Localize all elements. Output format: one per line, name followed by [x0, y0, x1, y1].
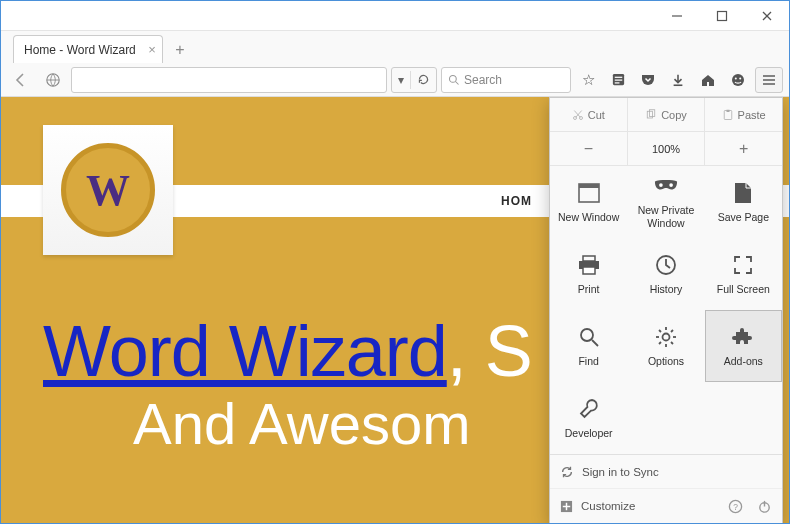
url-bar[interactable]	[71, 67, 387, 93]
svg-point-27	[669, 184, 673, 188]
menu-fullscreen[interactable]: Full Screen	[705, 238, 782, 310]
reload-dropdown[interactable]: ▾	[391, 67, 437, 93]
svg-line-6	[456, 81, 459, 84]
new-tab-button[interactable]: +	[167, 37, 193, 63]
cut-icon	[572, 109, 584, 121]
svg-rect-25	[579, 184, 599, 188]
extension-smiley-icon[interactable]	[725, 67, 751, 93]
page-content: HOM W Word Wizard, S And Awesom Cut Copy…	[1, 97, 789, 524]
zoom-in-button[interactable]: +	[705, 132, 782, 165]
svg-point-12	[732, 74, 744, 86]
menu-addons[interactable]: Add-ons	[705, 310, 782, 382]
window-maximize-button[interactable]	[699, 1, 744, 31]
svg-point-5	[450, 75, 457, 82]
puzzle-icon	[731, 325, 755, 349]
window-close-button[interactable]	[744, 1, 789, 31]
back-button[interactable]	[7, 66, 35, 94]
svg-point-14	[739, 77, 741, 79]
svg-rect-1	[717, 11, 726, 20]
logo-letter: W	[86, 165, 130, 216]
svg-rect-9	[614, 80, 622, 81]
print-icon	[577, 253, 601, 277]
svg-rect-30	[583, 267, 595, 274]
menu-cut[interactable]: Cut	[550, 98, 628, 131]
menu-developer[interactable]: Developer	[550, 382, 627, 454]
menu-paste[interactable]: Paste	[705, 98, 782, 131]
wrench-icon	[577, 397, 601, 421]
browser-toolbar: ▾ Search ☆	[1, 63, 789, 97]
pocket-icon[interactable]	[635, 67, 661, 93]
menu-new-window[interactable]: New Window	[550, 166, 627, 238]
nav-home-link[interactable]: HOM	[501, 194, 532, 208]
menu-find[interactable]: Find	[550, 310, 627, 382]
hero-headline: Word Wizard, S And Awesom	[43, 315, 532, 453]
svg-text:?: ?	[733, 501, 738, 511]
svg-line-40	[671, 342, 673, 344]
new-window-icon	[577, 181, 601, 205]
svg-rect-23	[726, 109, 729, 111]
page-icon	[731, 181, 755, 205]
tab-title: Home - Word Wizard	[24, 43, 136, 57]
downloads-icon[interactable]	[665, 67, 691, 93]
app-menu-panel: Cut Copy Paste − 100% + New Window New P…	[549, 97, 783, 524]
find-icon	[577, 325, 601, 349]
reader-list-icon[interactable]	[605, 67, 631, 93]
menu-save-page[interactable]: Save Page	[705, 166, 782, 238]
bookmark-star-icon[interactable]: ☆	[575, 67, 601, 93]
menu-help-icon[interactable]: ?	[728, 499, 743, 514]
logo-circle: W	[61, 143, 155, 237]
menu-power-icon[interactable]	[757, 499, 772, 514]
plus-box-icon	[560, 500, 573, 513]
identity-globe-icon[interactable]	[39, 66, 67, 94]
hero-brand: Word Wizard	[43, 311, 447, 391]
svg-point-13	[735, 77, 737, 79]
window-minimize-button[interactable]	[654, 1, 699, 31]
hero-subline: And Awesom	[43, 395, 532, 453]
search-icon	[448, 74, 460, 86]
menu-options[interactable]: Options	[627, 310, 704, 382]
svg-rect-28	[583, 256, 595, 261]
svg-line-42	[659, 342, 661, 344]
menu-history[interactable]: History	[627, 238, 704, 310]
sync-icon	[560, 465, 574, 479]
window-titlebar	[1, 1, 789, 31]
zoom-out-button[interactable]: −	[550, 132, 628, 165]
menu-sign-in[interactable]: Sign in to Sync	[550, 455, 782, 489]
gear-icon	[654, 325, 678, 349]
fullscreen-icon	[731, 253, 755, 277]
reload-icon[interactable]	[411, 73, 436, 86]
browser-tab[interactable]: Home - Word Wizard ×	[13, 35, 163, 63]
svg-line-39	[659, 330, 661, 332]
menu-private-window[interactable]: New Private Window	[627, 166, 704, 238]
svg-rect-8	[614, 77, 622, 78]
svg-rect-10	[614, 82, 619, 83]
svg-line-33	[592, 340, 598, 346]
menu-grid: New Window New Private Window Save Page …	[550, 166, 782, 454]
history-icon	[654, 253, 678, 277]
paste-icon	[722, 109, 734, 121]
dropdown-chevron-icon[interactable]: ▾	[392, 73, 410, 87]
svg-line-41	[671, 330, 673, 332]
svg-point-32	[581, 329, 593, 341]
svg-point-26	[659, 184, 663, 188]
tab-bar: Home - Word Wizard × +	[1, 31, 789, 63]
search-placeholder: Search	[464, 73, 502, 87]
menu-button[interactable]	[755, 67, 783, 93]
zoom-level: 100%	[628, 132, 706, 165]
svg-point-34	[662, 333, 669, 340]
search-bar[interactable]: Search	[441, 67, 571, 93]
hero-tail: , S	[447, 311, 532, 391]
menu-customize[interactable]: Customize	[560, 500, 635, 513]
home-icon[interactable]	[695, 67, 721, 93]
menu-print[interactable]: Print	[550, 238, 627, 310]
copy-icon	[645, 109, 657, 121]
site-logo: W	[43, 125, 173, 255]
menu-copy[interactable]: Copy	[628, 98, 706, 131]
mask-icon	[654, 174, 678, 198]
tab-close-button[interactable]: ×	[148, 42, 156, 57]
